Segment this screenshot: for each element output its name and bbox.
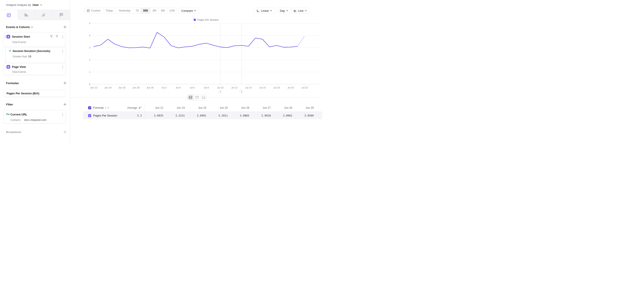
cell-value: 3.6991 bbox=[188, 114, 209, 117]
property-value[interactable]: 10 bbox=[28, 55, 31, 58]
chevron-down-icon bbox=[305, 10, 307, 11]
layout-table-only-button[interactable] bbox=[200, 95, 207, 100]
chart-type-label: Line bbox=[298, 9, 304, 13]
average-label: Average bbox=[127, 106, 137, 109]
drag-handle-icon[interactable] bbox=[4, 36, 6, 38]
formula-column-dropdown[interactable]: Formula 1 bbox=[93, 106, 109, 109]
x-tick-label: Jun 26 bbox=[118, 86, 126, 89]
event-card-page-view[interactable]: B Page View Total Events bbox=[3, 62, 66, 75]
y-tick-label: 1 bbox=[89, 71, 90, 73]
kebab-menu-icon[interactable] bbox=[62, 65, 63, 69]
x-tick-label: Jul 4 bbox=[176, 86, 181, 89]
analyze-value-dropdown[interactable]: User bbox=[32, 3, 39, 7]
numeric-property-icon: # bbox=[8, 49, 12, 52]
string-property-icon: Aa bbox=[6, 113, 10, 116]
filter-icon[interactable] bbox=[50, 35, 53, 38]
x-tick-label: Jun 24 bbox=[104, 86, 112, 89]
line-chart[interactable]: 01234511Jun 22Jun 24Jun 26Jun 28Jun 30Ju… bbox=[70, 18, 322, 98]
filter-card-current-url[interactable]: Aa Current URL Contains docs.mixpanel.co… bbox=[3, 110, 66, 123]
range-6m[interactable]: 6M bbox=[158, 8, 167, 14]
analyze-bar: Analyze Uniques by User bbox=[0, 0, 70, 10]
column-header[interactable]: Jun 27 bbox=[252, 106, 274, 109]
compare-button[interactable]: Compare bbox=[178, 8, 199, 14]
add-filter-button[interactable] bbox=[64, 103, 66, 106]
column-header[interactable]: Jun 28 bbox=[274, 106, 295, 109]
event-title[interactable]: Session Start bbox=[12, 35, 30, 38]
range-7d[interactable]: 7D bbox=[134, 8, 141, 14]
x-tick-label: Jul 6 bbox=[190, 86, 195, 89]
chevron-down-icon bbox=[194, 10, 196, 11]
tab-flows[interactable] bbox=[35, 10, 52, 20]
query-builder-sidebar: Analyze Uniques by User bbox=[0, 0, 70, 145]
calendar-icon bbox=[87, 9, 90, 12]
event-measure[interactable]: Total Events bbox=[12, 41, 26, 44]
range-30d[interactable]: 30D bbox=[141, 8, 150, 14]
retention-dots-icon bbox=[59, 13, 64, 17]
add-event-button[interactable] bbox=[64, 26, 66, 29]
table-row[interactable]: Pages Per Session 3.3 3.09353.22313.6991… bbox=[83, 112, 322, 119]
select-all-checkbox[interactable] bbox=[88, 106, 91, 109]
tab-insights[interactable] bbox=[0, 10, 17, 20]
event-letter-badge: B bbox=[6, 65, 10, 69]
column-header[interactable]: Jun 29 bbox=[295, 106, 317, 109]
y-tick-label: 4 bbox=[89, 34, 90, 37]
granularity-dropdown[interactable]: Day bbox=[277, 8, 291, 14]
kebab-menu-icon[interactable] bbox=[62, 35, 63, 39]
kebab-menu-icon[interactable] bbox=[62, 113, 63, 116]
column-header[interactable]: Jun 24 bbox=[188, 106, 209, 109]
property-filter-card[interactable]: # Session Duration (Seconds) Greater tha… bbox=[6, 47, 66, 63]
kebab-menu-icon[interactable] bbox=[62, 49, 63, 53]
formula-expression[interactable]: Pages Per Session (B/A) bbox=[4, 90, 66, 97]
events-cohorts-label: Events & Cohorts bbox=[6, 26, 30, 29]
compare-label: Compare bbox=[181, 9, 193, 13]
breakdown-heading: Breakdown bbox=[6, 130, 21, 134]
row-checkbox[interactable] bbox=[88, 114, 91, 117]
x-tick-label: Jul 8 bbox=[204, 86, 209, 89]
x-tick-label: Jun 28 bbox=[132, 86, 140, 89]
results-table: Formula 1 Average Jun 22Jun 23Jun 24Jun … bbox=[83, 104, 322, 119]
tab-retention[interactable] bbox=[52, 10, 70, 20]
annotation-badge-label: 1 bbox=[220, 90, 221, 93]
event-card-session-start[interactable]: A Session Start Total Events bbox=[3, 32, 66, 47]
chart-type-dropdown[interactable]: Line bbox=[291, 8, 310, 14]
row-series-name: Pages Per Session bbox=[93, 114, 117, 117]
property-title[interactable]: Session Duration (Seconds) bbox=[12, 49, 50, 53]
event-measure[interactable]: Total Events bbox=[12, 70, 26, 74]
add-breakdown-button[interactable] bbox=[64, 130, 66, 133]
formula-column-number: 1 bbox=[105, 106, 106, 109]
layout-split-button[interactable] bbox=[187, 95, 194, 100]
chevron-down-icon bbox=[107, 107, 109, 109]
event-title[interactable]: Page View bbox=[12, 65, 26, 69]
layout-toggle bbox=[187, 94, 207, 100]
scale-dropdown[interactable]: Linear bbox=[254, 8, 275, 14]
column-header[interactable]: Jun 26 bbox=[231, 106, 252, 109]
column-header[interactable]: Jun 25 bbox=[209, 106, 231, 109]
x-tick-label: Jun 22 bbox=[90, 86, 97, 89]
column-header[interactable]: Jun 22 bbox=[145, 106, 166, 109]
annotation-badge-label: 1 bbox=[241, 90, 242, 93]
x-tick-label: Jul 12 bbox=[231, 86, 238, 89]
filter-operator[interactable]: Contains bbox=[10, 119, 21, 122]
remove-event-icon[interactable] bbox=[56, 35, 58, 37]
series-line[interactable] bbox=[94, 32, 298, 48]
formula-card[interactable]: Pages Per Session (B/A) bbox=[3, 90, 66, 97]
filter-heading: Filter bbox=[6, 103, 13, 106]
range-3m[interactable]: 3M bbox=[150, 8, 158, 14]
series-line-projection[interactable] bbox=[298, 36, 305, 46]
table-header-row: Formula 1 Average Jun 22Jun 23Jun 24Jun … bbox=[83, 104, 322, 112]
layout-chart-only-button[interactable] bbox=[194, 95, 200, 100]
filter-property-title[interactable]: Current URL bbox=[10, 113, 27, 116]
filter-value[interactable]: docs.mixpanel.com bbox=[24, 119, 46, 122]
tab-funnels[interactable] bbox=[17, 10, 35, 20]
range-custom[interactable]: Custom bbox=[84, 8, 103, 14]
add-formula-button[interactable] bbox=[64, 82, 66, 85]
linear-axis-icon bbox=[256, 9, 260, 13]
events-cohorts-heading[interactable]: Events & Cohorts bbox=[6, 26, 33, 29]
chevron-down-icon bbox=[40, 4, 42, 6]
range-today[interactable]: Today bbox=[103, 8, 115, 14]
column-header[interactable]: Jun 23 bbox=[166, 106, 188, 109]
average-sort-header[interactable]: Average bbox=[109, 106, 141, 109]
property-operator[interactable]: Greater than bbox=[12, 55, 27, 58]
range-12m[interactable]: 12M bbox=[167, 8, 176, 14]
range-yesterday[interactable]: Yesterday bbox=[115, 8, 134, 14]
